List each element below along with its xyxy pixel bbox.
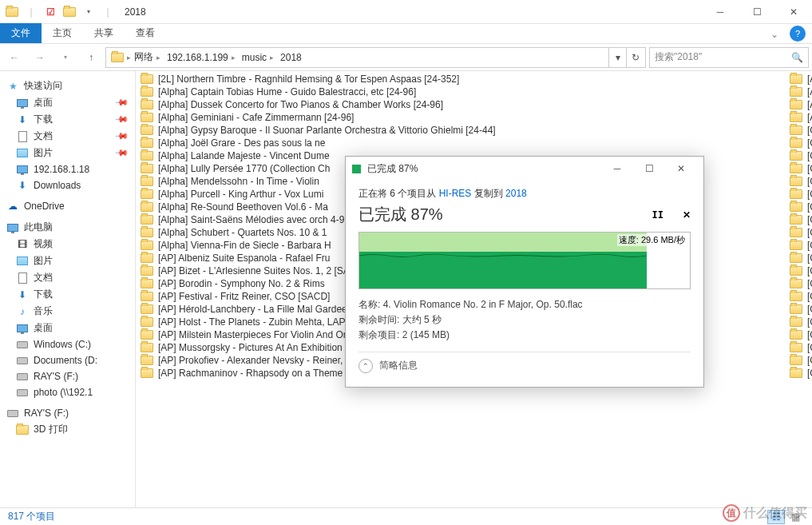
folder-icon	[790, 74, 802, 84]
tab-home[interactable]: 主页	[42, 23, 83, 43]
folder-item[interactable]: [C	[790, 354, 812, 367]
back-button[interactable]: ←	[3, 46, 26, 69]
search-input[interactable]: 搜索"2018" 🔍	[649, 47, 809, 68]
drive-header[interactable]: RAY'S (F:)	[0, 405, 135, 421]
folder-item[interactable]: [C	[790, 226, 812, 239]
sidebar-item[interactable]: photo (\\192.1	[0, 384, 135, 400]
folder-item[interactable]: [A	[790, 86, 812, 98]
sidebar-item[interactable]: 图片📌	[0, 145, 135, 161]
folder-item[interactable]: [Alpha] Gypsy Baroque - Il Suonar Parlan…	[136, 124, 790, 137]
close-button[interactable]: ✕	[775, 0, 812, 24]
breadcrumb-seg[interactable]: 2018	[277, 52, 305, 63]
pin-icon: 📌	[113, 112, 129, 127]
collapse-details-icon[interactable]: ⌃	[358, 359, 373, 373]
qat-dropdown-icon[interactable]: ▾	[80, 3, 97, 21]
folder-item[interactable]: [Alpha] Joël Grare - Des pas sous la ne	[136, 137, 790, 149]
quick-access-header[interactable]: ★快速访问	[0, 78, 135, 94]
folder-item[interactable]: [C	[790, 149, 812, 162]
folder-icon	[141, 343, 153, 352]
sidebar-item[interactable]: 🎞视频	[0, 236, 135, 253]
folder-item[interactable]: [A	[790, 98, 812, 111]
folder-icon	[790, 253, 802, 263]
folder-icon	[790, 228, 802, 237]
folder-item[interactable]: [C	[790, 175, 812, 188]
folder-item[interactable]: [C	[790, 367, 812, 380]
folder-item[interactable]: [C	[790, 328, 812, 341]
tab-share[interactable]: 共享	[83, 23, 125, 43]
sidebar-item[interactable]: 文档	[0, 269, 135, 286]
search-icon[interactable]: 🔍	[791, 52, 803, 63]
folder-item[interactable]: [C	[790, 252, 812, 264]
folder-item[interactable]: [C	[790, 264, 812, 277]
app-icon	[3, 3, 21, 21]
folder-item[interactable]: [C	[790, 188, 812, 201]
address-dropdown-icon[interactable]: ▾	[608, 48, 626, 67]
sidebar-item[interactable]: ⬇下载	[0, 286, 135, 303]
folder-item[interactable]: [C	[790, 239, 812, 252]
recent-dropdown-icon[interactable]: ▾	[54, 46, 77, 69]
dialog-titlebar[interactable]: 已完成 87% ─ ☐ ✕	[346, 157, 703, 181]
folder-item[interactable]: [C	[790, 137, 812, 149]
folder-item[interactable]: [C	[790, 277, 812, 290]
this-pc-header[interactable]: 此电脑	[0, 219, 135, 236]
help-icon[interactable]: ?	[790, 26, 806, 42]
refresh-button[interactable]: ↻	[626, 48, 644, 67]
source-link[interactable]: HI-RES	[439, 188, 472, 199]
folder-icon	[141, 189, 153, 199]
file-tab[interactable]: 文件	[0, 23, 42, 43]
folder-icon	[141, 253, 153, 263]
folder-icon	[141, 100, 153, 109]
folder-item[interactable]: [C	[790, 341, 812, 354]
dialog-maximize-button[interactable]: ☐	[633, 157, 665, 180]
sidebar-item[interactable]: 192.168.1.18	[0, 161, 135, 177]
breadcrumb[interactable]: ▸ 网络▸ 192.168.1.199▸ music▸ 2018 ▾ ↻	[105, 47, 646, 68]
folder-icon	[141, 317, 153, 327]
onedrive-header[interactable]: ☁OneDrive	[0, 198, 135, 214]
sidebar-item[interactable]: 3D 打印	[0, 421, 135, 438]
folder-item[interactable]: [C	[790, 290, 812, 303]
folder-icon	[790, 368, 802, 378]
folder-icon	[790, 304, 802, 314]
sidebar-item[interactable]: 文档📌	[0, 128, 135, 145]
folder-item[interactable]: [C	[790, 162, 812, 175]
breadcrumb-seg[interactable]: music▸	[239, 52, 277, 63]
less-details-link[interactable]: 简略信息	[379, 359, 418, 372]
maximize-button[interactable]: ☐	[739, 0, 775, 24]
tab-view[interactable]: 查看	[125, 23, 166, 43]
sidebar-item[interactable]: ⬇下载📌	[0, 111, 135, 128]
sidebar-item[interactable]: Documents (D:	[0, 352, 135, 368]
folder-item[interactable]: [C	[790, 201, 812, 213]
breadcrumb-seg[interactable]: 192.168.1.199▸	[164, 52, 239, 63]
qat-separator: |	[99, 3, 117, 21]
folder-item[interactable]: [C	[790, 303, 812, 316]
sidebar-item[interactable]: Windows (C:)	[0, 336, 135, 352]
qat-folder-icon[interactable]	[61, 3, 78, 21]
dialog-minimize-button[interactable]: ─	[601, 157, 633, 180]
dest-link[interactable]: 2018	[505, 188, 527, 199]
folder-item[interactable]: [A	[790, 111, 812, 124]
folder-item[interactable]: [C	[790, 124, 812, 137]
up-button[interactable]: ↑	[80, 46, 102, 69]
folder-item[interactable]: [Alpha] Dussek Concerto for Two Pianos &…	[136, 98, 790, 111]
folder-icon	[141, 356, 153, 365]
ribbon-collapse-icon[interactable]: ⌄	[762, 26, 786, 43]
folder-item[interactable]: [C	[790, 213, 812, 226]
folder-item[interactable]: [2L] Northern Timbre - Ragnhild Hemsing …	[136, 73, 790, 86]
folder-item[interactable]: [Alpha] Captain Tobias Hume - Guido Bale…	[136, 86, 790, 98]
sidebar-item[interactable]: 桌面	[0, 320, 135, 336]
sidebar-item[interactable]: RAY'S (F:)	[0, 368, 135, 384]
dialog-close-button[interactable]: ✕	[665, 157, 697, 180]
sidebar-item[interactable]: 图片	[0, 253, 135, 269]
folder-item[interactable]: [A	[790, 73, 812, 86]
cancel-button[interactable]: ✕	[683, 209, 691, 221]
pause-button[interactable]: II	[652, 209, 663, 221]
folder-item[interactable]: [Alpha] Geminiani - Cafe Zimmermann [24-…	[136, 111, 790, 124]
status-bar: 817 个项目 ☷ ▦	[0, 507, 812, 525]
breadcrumb-seg[interactable]: 网络▸	[131, 50, 164, 64]
sidebar-item[interactable]: ⬇Downloads	[0, 177, 135, 193]
sidebar-item[interactable]: ♪音乐	[0, 303, 135, 320]
folder-item[interactable]: [C	[790, 316, 812, 328]
sidebar-item[interactable]: 桌面📌	[0, 94, 135, 111]
properties-icon[interactable]: ☑	[42, 3, 59, 21]
minimize-button[interactable]: ─	[702, 0, 739, 24]
